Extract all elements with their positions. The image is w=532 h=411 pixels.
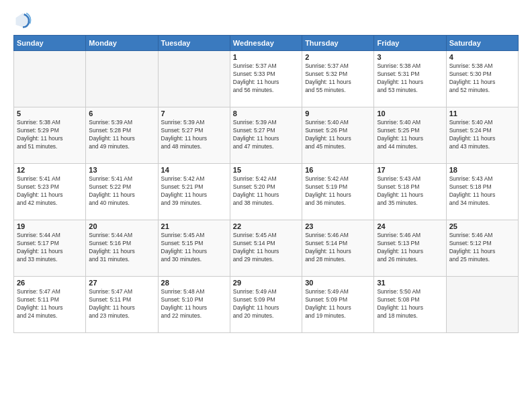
calendar-cell: 31Sunrise: 5:50 AM Sunset: 5:08 PM Dayli… bbox=[374, 277, 446, 333]
day-info: Sunrise: 5:48 AM Sunset: 5:10 PM Dayligh… bbox=[161, 288, 227, 320]
day-number: 20 bbox=[89, 222, 154, 230]
calendar-cell: 12Sunrise: 5:41 AM Sunset: 5:23 PM Dayli… bbox=[14, 164, 86, 220]
calendar-cell: 1Sunrise: 5:37 AM Sunset: 5:33 PM Daylig… bbox=[230, 51, 302, 107]
calendar-cell: 24Sunrise: 5:46 AM Sunset: 5:13 PM Dayli… bbox=[374, 220, 446, 277]
day-info: Sunrise: 5:39 AM Sunset: 5:27 PM Dayligh… bbox=[161, 119, 227, 151]
day-number: 11 bbox=[449, 109, 515, 118]
calendar-cell: 23Sunrise: 5:46 AM Sunset: 5:14 PM Dayli… bbox=[302, 220, 374, 277]
calendar-cell: 7Sunrise: 5:39 AM Sunset: 5:27 PM Daylig… bbox=[158, 107, 230, 164]
calendar-cell: 11Sunrise: 5:40 AM Sunset: 5:24 PM Dayli… bbox=[446, 107, 518, 164]
day-number: 16 bbox=[305, 166, 371, 174]
weekday-header: Saturday bbox=[446, 36, 518, 51]
calendar-cell bbox=[158, 51, 230, 107]
day-number: 27 bbox=[89, 279, 154, 287]
day-number: 21 bbox=[161, 222, 227, 230]
day-number: 7 bbox=[161, 109, 227, 118]
day-number: 3 bbox=[377, 53, 443, 61]
day-number: 13 bbox=[89, 166, 154, 174]
day-number: 8 bbox=[233, 109, 299, 118]
calendar-cell: 16Sunrise: 5:42 AM Sunset: 5:19 PM Dayli… bbox=[302, 164, 374, 220]
calendar-cell: 6Sunrise: 5:39 AM Sunset: 5:28 PM Daylig… bbox=[86, 107, 158, 164]
calendar-cell: 25Sunrise: 5:46 AM Sunset: 5:12 PM Dayli… bbox=[446, 220, 518, 277]
day-info: Sunrise: 5:40 AM Sunset: 5:26 PM Dayligh… bbox=[305, 119, 371, 151]
calendar-cell: 27Sunrise: 5:47 AM Sunset: 5:11 PM Dayli… bbox=[86, 277, 158, 333]
day-number: 10 bbox=[377, 109, 443, 118]
weekday-header: Sunday bbox=[14, 36, 86, 51]
day-number: 31 bbox=[377, 279, 443, 287]
calendar-cell bbox=[446, 277, 518, 333]
calendar-cell: 4Sunrise: 5:38 AM Sunset: 5:30 PM Daylig… bbox=[446, 51, 518, 107]
day-info: Sunrise: 5:40 AM Sunset: 5:25 PM Dayligh… bbox=[377, 119, 443, 151]
day-number: 23 bbox=[305, 222, 371, 230]
calendar-cell: 17Sunrise: 5:43 AM Sunset: 5:18 PM Dayli… bbox=[374, 164, 446, 220]
day-info: Sunrise: 5:44 AM Sunset: 5:16 PM Dayligh… bbox=[89, 232, 154, 264]
day-info: Sunrise: 5:50 AM Sunset: 5:08 PM Dayligh… bbox=[377, 288, 443, 320]
calendar-week-row: 19Sunrise: 5:44 AM Sunset: 5:17 PM Dayli… bbox=[14, 220, 519, 277]
day-number: 4 bbox=[449, 53, 515, 61]
day-info: Sunrise: 5:42 AM Sunset: 5:19 PM Dayligh… bbox=[305, 175, 371, 208]
day-info: Sunrise: 5:46 AM Sunset: 5:13 PM Dayligh… bbox=[377, 232, 443, 264]
logo-icon bbox=[13, 11, 32, 30]
day-number: 26 bbox=[17, 279, 83, 287]
day-number: 18 bbox=[449, 166, 515, 174]
day-number: 17 bbox=[377, 166, 443, 174]
calendar-cell: 10Sunrise: 5:40 AM Sunset: 5:25 PM Dayli… bbox=[374, 107, 446, 164]
day-number: 19 bbox=[17, 222, 83, 230]
day-info: Sunrise: 5:41 AM Sunset: 5:23 PM Dayligh… bbox=[17, 175, 83, 208]
calendar-cell bbox=[86, 51, 158, 107]
header bbox=[13, 11, 519, 30]
day-number: 15 bbox=[233, 166, 299, 174]
calendar-table: SundayMondayTuesdayWednesdayThursdayFrid… bbox=[13, 35, 519, 333]
day-number: 29 bbox=[233, 279, 299, 287]
weekday-header: Tuesday bbox=[158, 36, 230, 51]
calendar-cell bbox=[14, 51, 86, 107]
weekday-header: Monday bbox=[86, 36, 158, 51]
calendar-cell: 3Sunrise: 5:38 AM Sunset: 5:31 PM Daylig… bbox=[374, 51, 446, 107]
calendar-week-row: 12Sunrise: 5:41 AM Sunset: 5:23 PM Dayli… bbox=[14, 164, 519, 220]
day-number: 9 bbox=[305, 109, 371, 118]
calendar-cell: 28Sunrise: 5:48 AM Sunset: 5:10 PM Dayli… bbox=[158, 277, 230, 333]
day-info: Sunrise: 5:47 AM Sunset: 5:11 PM Dayligh… bbox=[17, 288, 83, 320]
logo bbox=[13, 11, 35, 30]
day-info: Sunrise: 5:44 AM Sunset: 5:17 PM Dayligh… bbox=[17, 232, 83, 264]
day-info: Sunrise: 5:46 AM Sunset: 5:12 PM Dayligh… bbox=[449, 232, 515, 264]
day-info: Sunrise: 5:45 AM Sunset: 5:15 PM Dayligh… bbox=[161, 232, 227, 264]
calendar-cell: 8Sunrise: 5:39 AM Sunset: 5:27 PM Daylig… bbox=[230, 107, 302, 164]
day-info: Sunrise: 5:37 AM Sunset: 5:32 PM Dayligh… bbox=[305, 62, 371, 95]
day-info: Sunrise: 5:39 AM Sunset: 5:28 PM Dayligh… bbox=[89, 119, 154, 151]
day-info: Sunrise: 5:37 AM Sunset: 5:33 PM Dayligh… bbox=[233, 62, 299, 95]
calendar-cell: 30Sunrise: 5:49 AM Sunset: 5:09 PM Dayli… bbox=[302, 277, 374, 333]
day-info: Sunrise: 5:38 AM Sunset: 5:29 PM Dayligh… bbox=[17, 119, 83, 151]
calendar-cell: 15Sunrise: 5:42 AM Sunset: 5:20 PM Dayli… bbox=[230, 164, 302, 220]
day-info: Sunrise: 5:40 AM Sunset: 5:24 PM Dayligh… bbox=[449, 119, 515, 151]
day-number: 28 bbox=[161, 279, 227, 287]
day-info: Sunrise: 5:42 AM Sunset: 5:20 PM Dayligh… bbox=[233, 175, 299, 208]
calendar-cell: 18Sunrise: 5:43 AM Sunset: 5:18 PM Dayli… bbox=[446, 164, 518, 220]
day-info: Sunrise: 5:38 AM Sunset: 5:31 PM Dayligh… bbox=[377, 62, 443, 95]
day-number: 22 bbox=[233, 222, 299, 230]
calendar-cell: 13Sunrise: 5:41 AM Sunset: 5:22 PM Dayli… bbox=[86, 164, 158, 220]
calendar-week-row: 1Sunrise: 5:37 AM Sunset: 5:33 PM Daylig… bbox=[14, 51, 519, 107]
day-number: 30 bbox=[305, 279, 371, 287]
calendar-cell: 29Sunrise: 5:49 AM Sunset: 5:09 PM Dayli… bbox=[230, 277, 302, 333]
day-number: 5 bbox=[17, 109, 83, 118]
day-info: Sunrise: 5:38 AM Sunset: 5:30 PM Dayligh… bbox=[449, 62, 515, 95]
calendar-week-row: 26Sunrise: 5:47 AM Sunset: 5:11 PM Dayli… bbox=[14, 277, 519, 333]
day-number: 6 bbox=[89, 109, 154, 118]
day-number: 24 bbox=[377, 222, 443, 230]
calendar-cell: 9Sunrise: 5:40 AM Sunset: 5:26 PM Daylig… bbox=[302, 107, 374, 164]
day-info: Sunrise: 5:43 AM Sunset: 5:18 PM Dayligh… bbox=[449, 175, 515, 208]
day-info: Sunrise: 5:49 AM Sunset: 5:09 PM Dayligh… bbox=[305, 288, 371, 320]
calendar-cell: 26Sunrise: 5:47 AM Sunset: 5:11 PM Dayli… bbox=[14, 277, 86, 333]
day-number: 14 bbox=[161, 166, 227, 174]
calendar-header-row: SundayMondayTuesdayWednesdayThursdayFrid… bbox=[14, 36, 519, 51]
weekday-header: Thursday bbox=[302, 36, 374, 51]
day-info: Sunrise: 5:43 AM Sunset: 5:18 PM Dayligh… bbox=[377, 175, 443, 208]
day-info: Sunrise: 5:45 AM Sunset: 5:14 PM Dayligh… bbox=[233, 232, 299, 264]
weekday-header: Wednesday bbox=[230, 36, 302, 51]
day-info: Sunrise: 5:46 AM Sunset: 5:14 PM Dayligh… bbox=[305, 232, 371, 264]
calendar-cell: 2Sunrise: 5:37 AM Sunset: 5:32 PM Daylig… bbox=[302, 51, 374, 107]
day-number: 2 bbox=[305, 53, 371, 61]
calendar-cell: 5Sunrise: 5:38 AM Sunset: 5:29 PM Daylig… bbox=[14, 107, 86, 164]
calendar-cell: 14Sunrise: 5:42 AM Sunset: 5:21 PM Dayli… bbox=[158, 164, 230, 220]
